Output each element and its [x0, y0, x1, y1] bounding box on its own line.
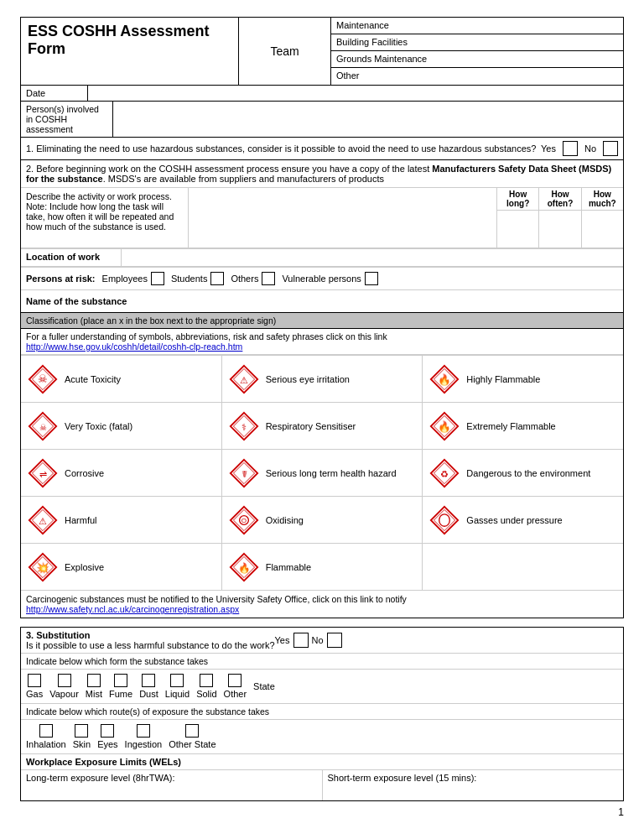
- how-long-value[interactable]: [497, 211, 539, 248]
- mist-checkbox[interactable]: [87, 674, 101, 687]
- team-label: Team: [239, 18, 331, 85]
- ghs-health-hazard: ☤ Serious long term health hazard: [222, 450, 423, 496]
- eye-irritation-icon: ⚠: [229, 364, 259, 394]
- svg-text:O: O: [242, 516, 247, 524]
- respiratory-icon: ⚕: [229, 411, 259, 441]
- section3-title: 3. Substitution: [26, 630, 275, 640]
- q1-text: 1. Eliminating the need to use hazardous…: [26, 143, 538, 154]
- persons-risk-row: Persons at risk: Employees Students Othe…: [21, 267, 623, 290]
- svg-text:⇌: ⇌: [39, 469, 47, 479]
- how-often-label: How often?: [539, 188, 581, 210]
- ghs-grid: ☠ Acute Toxicity ⚠ Serious eye irritatio…: [21, 355, 623, 590]
- classif-link[interactable]: http://www.hse.gov.uk/coshh/detail/coshh…: [26, 341, 242, 352]
- form-header: ESS COSHH Assessment Form Team Maintenan…: [20, 17, 624, 86]
- ghs-empty: [423, 544, 623, 590]
- svg-text:☤: ☤: [241, 469, 247, 479]
- q2-section: 2. Before beginning work on the COSHH as…: [20, 160, 624, 313]
- coshh-form: ESS COSHH Assessment Form Team Maintenan…: [12, 8, 632, 831]
- svg-text:⚠: ⚠: [39, 516, 47, 526]
- svg-text:🔥: 🔥: [438, 373, 451, 386]
- employees-checkbox[interactable]: [151, 272, 164, 285]
- very-toxic-icon: ☠: [28, 411, 58, 441]
- gas-pressure-icon: [429, 505, 460, 535]
- dust-checkbox[interactable]: [142, 674, 155, 687]
- wel-values: Long-term exposure level (8hrTWA): Short…: [21, 770, 623, 800]
- ghs-very-toxic: ☠ Very Toxic (fatal): [21, 403, 222, 449]
- q1-row: 1. Eliminating the need to use hazardous…: [20, 138, 624, 160]
- team-grounds: Grounds Maintenance: [331, 51, 623, 68]
- how-long-label: How long?: [497, 188, 539, 210]
- route-label: Indicate below which route(s) of exposur…: [21, 704, 623, 720]
- skin-checkbox[interactable]: [75, 724, 88, 738]
- ghs-row-1: ☠ Acute Toxicity ⚠ Serious eye irritatio…: [21, 355, 623, 402]
- q2-how-cols: How long? How often? How much?: [497, 188, 623, 248]
- svg-text:💥: 💥: [36, 561, 49, 575]
- substance-name-label: Name of the substance: [26, 296, 127, 306]
- q1-no-checkbox[interactable]: [603, 141, 618, 156]
- ghs-flammable: 🔥 Flammable: [222, 544, 423, 590]
- team-maintenance: Maintenance: [331, 18, 623, 34]
- date-value[interactable]: [88, 86, 623, 101]
- ghs-explosive: 💥 Explosive: [21, 544, 222, 590]
- ghs-highly-flammable: 🔥 Highly Flammable: [423, 356, 623, 402]
- eyes-checkbox[interactable]: [101, 724, 114, 738]
- wel-long-term: Long-term exposure level (8hrTWA):: [21, 770, 323, 800]
- team-options: Maintenance Building Facilities Grounds …: [331, 18, 623, 85]
- ghs-row-5: 💥 Explosive 🔥 Flammable: [21, 543, 623, 590]
- svg-text:☠: ☠: [38, 373, 48, 384]
- route-eyes: Eyes: [97, 724, 117, 749]
- section3: 3. Substitution Is it possible to use a …: [20, 627, 624, 801]
- vapour-checkbox[interactable]: [58, 674, 71, 687]
- others-checkbox[interactable]: [262, 272, 275, 285]
- liquid-checkbox[interactable]: [170, 674, 184, 687]
- q1-yes-checkbox[interactable]: [563, 141, 578, 156]
- solid-checkbox[interactable]: [200, 674, 213, 687]
- ghs-row-2: ☠ Very Toxic (fatal) ⚕ Respiratory Sensi…: [21, 402, 623, 449]
- wel-short-term: Short-term exposure level (15 mins):: [323, 770, 624, 800]
- persons-value[interactable]: [113, 102, 623, 137]
- other-checkbox[interactable]: [228, 674, 242, 687]
- other-state-checkbox[interactable]: [185, 724, 199, 738]
- q2-describe-area: Describe the activity or work process. N…: [21, 188, 623, 248]
- substance-form-checkboxes: Gas Vapour Mist Fume Dust Liquid: [21, 670, 623, 704]
- svg-text:⚕: ⚕: [242, 421, 247, 431]
- vulnerable-checkbox[interactable]: [365, 272, 378, 285]
- how-much-value[interactable]: [582, 211, 623, 248]
- corrosive-icon: ⇌: [28, 458, 58, 488]
- harmful-icon: ⚠: [28, 505, 58, 535]
- q2-describe-value[interactable]: [189, 188, 497, 248]
- students-group: Students: [171, 272, 224, 285]
- ghs-environment: ♻ Dangerous to the environment: [423, 450, 623, 496]
- ghs-eye-irritation: ⚠ Serious eye irritation: [222, 356, 423, 402]
- flammable-icon: 🔥: [229, 552, 259, 582]
- explosive-icon: 💥: [28, 552, 58, 582]
- fume-checkbox[interactable]: [114, 674, 127, 687]
- section3-title-area: 3. Substitution Is it possible to use a …: [26, 630, 275, 650]
- svg-text:♻: ♻: [440, 469, 449, 479]
- health-hazard-icon: ☤: [229, 458, 259, 488]
- inhalation-checkbox[interactable]: [39, 724, 53, 738]
- gas-checkbox[interactable]: [28, 674, 41, 687]
- location-value[interactable]: [122, 249, 623, 266]
- carcinogen-link[interactable]: http://www.safety.ncl.ac.uk/carcinogenre…: [26, 604, 239, 614]
- date-row: Date: [20, 86, 624, 102]
- svg-text:⚠: ⚠: [240, 374, 248, 384]
- how-often-value[interactable]: [539, 211, 581, 248]
- route-checkboxes: Inhalation Skin Eyes Ingestion Other Sta…: [21, 720, 623, 754]
- date-label: Date: [21, 86, 88, 101]
- form-liquid: Liquid: [165, 674, 190, 699]
- form-gas: Gas: [26, 674, 43, 699]
- section3-no-checkbox[interactable]: [327, 633, 342, 648]
- form-title: ESS COSHH Assessment Form: [21, 18, 239, 85]
- how-much-label: How much?: [582, 188, 623, 210]
- substance-name-row: Name of the substance: [21, 290, 623, 312]
- section3-yn: Yes No: [275, 633, 342, 648]
- ingestion-checkbox[interactable]: [137, 724, 150, 738]
- students-checkbox[interactable]: [210, 272, 224, 285]
- section3-yes-checkbox[interactable]: [293, 633, 309, 648]
- extremely-flammable-icon: 🔥: [429, 411, 460, 441]
- persons-label: Person(s) involved in COSHH assessment: [21, 102, 113, 137]
- q2-location-row: Location of work: [21, 248, 623, 267]
- team-building: Building Facilities: [331, 34, 623, 51]
- ghs-harmful: ⚠ Harmful: [21, 497, 222, 543]
